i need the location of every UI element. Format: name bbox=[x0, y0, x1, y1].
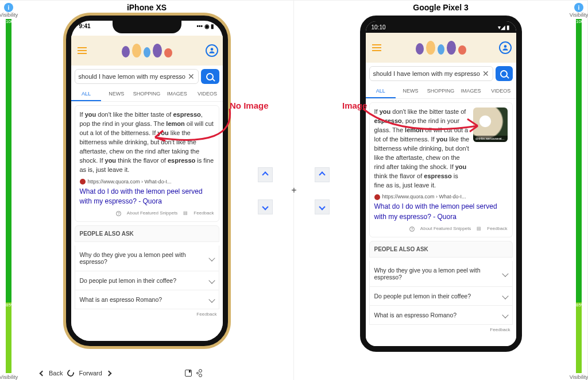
tab-news[interactable]: NEWS bbox=[101, 87, 131, 101]
account-icon[interactable] bbox=[499, 41, 512, 54]
snippet-source: https://www.quora.com › What-do-I... bbox=[80, 178, 214, 186]
help-icon[interactable]: ? bbox=[409, 227, 415, 232]
paa-q1: Why do they give you a lemon peel with e… bbox=[80, 251, 210, 265]
source-url: https://www.quora.com › What-do-I... bbox=[88, 178, 172, 186]
menu-icon[interactable] bbox=[370, 41, 383, 54]
scroll-buttons-left bbox=[258, 167, 273, 214]
scroll-up-button[interactable] bbox=[258, 167, 273, 182]
clear-icon[interactable]: ✕ bbox=[188, 72, 195, 81]
forward-button[interactable]: Forward bbox=[79, 370, 102, 377]
search-row: should I have lemon with my espresso ✕ bbox=[71, 66, 223, 87]
paa-feedback[interactable]: Feedback bbox=[71, 309, 223, 319]
chevron-down-icon bbox=[208, 277, 215, 283]
clear-icon[interactable]: ✕ bbox=[482, 69, 489, 78]
source-url: https://www.quora.com › What-do-I... bbox=[382, 193, 466, 201]
about-featured[interactable]: About Featured Snippets bbox=[420, 225, 471, 232]
tab-shopping[interactable]: SHOPPING bbox=[131, 87, 162, 101]
search-query-text: should I have lemon with my espresso bbox=[373, 70, 480, 77]
snippet-link[interactable]: What do I do with the lemon peel served … bbox=[80, 187, 214, 207]
scroll-down-button[interactable] bbox=[258, 199, 273, 214]
device-title-pixel: Google Pixel 3 bbox=[413, 3, 468, 12]
center-crosshair: + bbox=[291, 185, 296, 195]
share-icon[interactable] bbox=[196, 370, 202, 376]
visibility-seg-85: 85% bbox=[576, 302, 582, 373]
snippet-footer: ? About Featured Snippets ▤ Feedback bbox=[80, 210, 214, 217]
back-icon[interactable] bbox=[40, 370, 45, 376]
feedback-link[interactable]: Feedback bbox=[194, 210, 214, 217]
visibility-label-bottom: Visibility bbox=[570, 374, 588, 380]
quora-icon bbox=[80, 179, 86, 185]
search-button[interactable] bbox=[201, 69, 219, 84]
paa-row-3[interactable]: What is an espresso Romano? bbox=[369, 306, 513, 325]
paa-q3: What is an espresso Romano? bbox=[374, 312, 457, 318]
visibility-label: Visibility bbox=[570, 12, 588, 18]
tab-all[interactable]: ALL bbox=[71, 87, 102, 101]
search-row: should I have lemon with my espresso ✕ bbox=[366, 63, 516, 85]
paa-row-3[interactable]: What is an espresso Romano? bbox=[75, 290, 219, 309]
visibility-seg-100: 100% bbox=[6, 19, 11, 302]
status-icons: ▾◢ ▮ bbox=[498, 24, 510, 30]
search-input[interactable]: should I have lemon with my espresso ✕ bbox=[75, 69, 199, 84]
paa-row-2[interactable]: Do people put lemon in their coffee? bbox=[75, 271, 219, 290]
tab-shopping[interactable]: SHOPPING bbox=[425, 85, 455, 98]
paa-feedback[interactable]: Feedback bbox=[366, 325, 516, 335]
paa-row-2[interactable]: Do people put lemon in their coffee? bbox=[369, 287, 513, 306]
chevron-up-icon bbox=[319, 171, 325, 178]
back-button[interactable]: Back bbox=[49, 370, 63, 377]
paa-q2: Do people put lemon in their coffee? bbox=[374, 293, 471, 300]
snippet-footer: ? About Featured Snippets ▤ Feedback bbox=[374, 225, 508, 232]
chevron-down-icon bbox=[208, 296, 215, 302]
svg-point-1 bbox=[504, 45, 506, 48]
snippet-source: https://www.quora.com › What-do-I... bbox=[374, 193, 508, 201]
search-query-text: should I have lemon with my espresso bbox=[79, 73, 185, 80]
chevron-down-icon bbox=[319, 204, 325, 210]
status-time: 9:41 bbox=[79, 23, 91, 29]
feedback-link[interactable]: Feedback bbox=[487, 225, 507, 232]
tab-images[interactable]: IMAGES bbox=[162, 87, 192, 101]
forward-icon[interactable] bbox=[106, 370, 111, 376]
scroll-down-button[interactable] bbox=[315, 199, 330, 214]
feedback-icon: ▤ bbox=[477, 225, 481, 232]
search-button[interactable] bbox=[496, 66, 513, 81]
google-doodle[interactable] bbox=[122, 44, 172, 57]
tab-videos[interactable]: VIDEOS bbox=[192, 87, 223, 101]
annotation-image: Image bbox=[342, 101, 367, 110]
tab-news[interactable]: NEWS bbox=[396, 85, 425, 98]
iphone-screen: should I have lemon with my espresso ✕ A… bbox=[71, 36, 223, 341]
search-icon bbox=[500, 70, 508, 78]
google-header bbox=[71, 36, 223, 66]
snippet-link[interactable]: What do I do with the lemon peel served … bbox=[374, 202, 508, 222]
info-icon[interactable]: i bbox=[4, 3, 13, 12]
about-featured[interactable]: About Featured Snippets bbox=[127, 210, 178, 217]
visibility-seg-85: 85% bbox=[6, 302, 11, 373]
paa-q1: Why do they give you a lemon peel with e… bbox=[374, 267, 503, 281]
info-icon[interactable]: i bbox=[574, 3, 583, 12]
google-doodle[interactable] bbox=[416, 41, 466, 55]
status-icons: ••• ◉ ▮ bbox=[196, 23, 214, 29]
scroll-buttons-right bbox=[315, 167, 330, 214]
paa-row-1[interactable]: Why do they give you a lemon peel with e… bbox=[369, 261, 513, 287]
search-tabs: ALL NEWS SHOPPING IMAGES VIDEOS bbox=[366, 85, 516, 99]
scroll-up-button[interactable] bbox=[315, 167, 330, 182]
visibility-label-bottom: Visibility bbox=[0, 374, 18, 380]
iphone-frame: 9:41 ••• ◉ ▮ bbox=[66, 16, 228, 346]
tab-images[interactable]: IMAGES bbox=[456, 85, 486, 98]
tab-videos[interactable]: VIDEOS bbox=[486, 85, 516, 98]
visibility-bar-right: i Visibility 100% 85% Visibility bbox=[571, 1, 586, 380]
menu-icon[interactable] bbox=[76, 44, 88, 57]
search-icon bbox=[206, 73, 214, 80]
reload-icon[interactable] bbox=[66, 369, 75, 378]
pixel-frame: 10:10 ▾◢ ▮ bbox=[360, 16, 522, 352]
visibility-gauge: 100% 85% bbox=[6, 19, 11, 373]
search-tabs: ALL NEWS SHOPPING IMAGES VIDEOS bbox=[71, 87, 223, 102]
paa-row-1[interactable]: Why do they give you a lemon peel with e… bbox=[75, 245, 219, 271]
paa-q3: What is an espresso Romano? bbox=[80, 296, 163, 303]
arrow-no-image bbox=[144, 103, 258, 166]
save-icon[interactable] bbox=[185, 370, 192, 377]
search-input[interactable]: should I have lemon with my espresso ✕ bbox=[369, 66, 493, 81]
account-icon[interactable] bbox=[206, 44, 218, 57]
help-icon[interactable]: ? bbox=[116, 211, 121, 216]
visibility-bar-left: i Visibility 100% 85% Visibility bbox=[1, 1, 16, 380]
tab-all[interactable]: ALL bbox=[366, 85, 396, 98]
svg-point-0 bbox=[210, 48, 213, 51]
